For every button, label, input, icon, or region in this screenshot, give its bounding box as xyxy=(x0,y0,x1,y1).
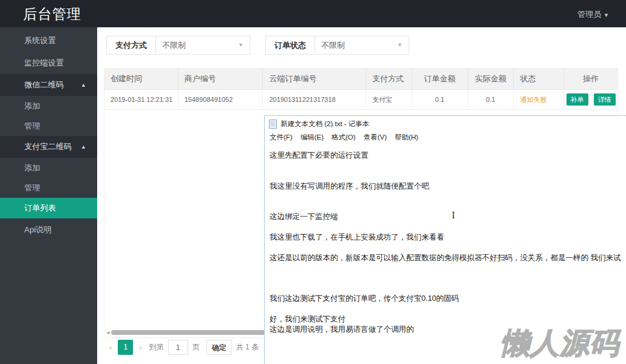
confirm-button[interactable]: 确定 xyxy=(206,340,232,355)
sidebar-group-alipay-qrcode[interactable]: 支付宝二维码▲ xyxy=(0,136,97,158)
goto-label: 到第 xyxy=(149,342,164,352)
cell-pay-method: 支付宝 xyxy=(366,90,412,110)
notepad-menubar: 文件(F) 编辑(E) 格式(O) 查看(V) 帮助(H) xyxy=(265,130,626,144)
total-count: 共 1 条 xyxy=(236,342,259,352)
col-created: 创建时间 xyxy=(104,69,179,89)
text-cursor: I xyxy=(452,210,455,221)
menu-file[interactable]: 文件(F) xyxy=(270,133,293,142)
table-row: 2019-01-31 12:21:31 1548908491052 201901… xyxy=(104,90,617,110)
filter-order-status-select[interactable]: 不限制 ▼ xyxy=(315,36,409,55)
reissue-button[interactable]: 补单 xyxy=(566,93,588,106)
app-title: 后台管理 xyxy=(23,5,81,24)
scroll-left-icon[interactable]: ◄ xyxy=(106,330,111,335)
top-header: 后台管理 管理员▼ xyxy=(0,0,626,27)
cell-actual-amount: 0.1 xyxy=(468,90,514,110)
watermark: 懒人源码 xyxy=(500,324,619,363)
chevron-down-icon: ▼ xyxy=(604,12,609,18)
menu-view[interactable]: 查看(V) xyxy=(364,133,387,142)
sidebar-item-wechat-manage[interactable]: 管理 xyxy=(0,116,97,136)
col-order-amount: 订单金额 xyxy=(412,69,468,89)
pagination: ‹ 1 › 到第 1 页 确定 共 1 条 xyxy=(105,340,259,355)
col-pay-method: 支付方式 xyxy=(366,69,412,89)
sidebar-item-alipay-add[interactable]: 添加 xyxy=(0,158,97,178)
filter-pay-method-select[interactable]: 不限制 ▼ xyxy=(156,36,250,55)
cell-created: 2019-01-31 12:21:31 xyxy=(104,90,179,110)
sidebar-group-wechat-qrcode[interactable]: 微信二维码▲ xyxy=(0,74,97,96)
chevron-up-icon: ▲ xyxy=(81,74,86,96)
cell-order-amount: 0.1 xyxy=(412,90,468,110)
sidebar-item-wechat-add[interactable]: 添加 xyxy=(0,96,97,116)
sidebar-item-alipay-manage[interactable]: 管理 xyxy=(0,178,97,198)
detail-button[interactable]: 详情 xyxy=(594,93,616,106)
menu-edit[interactable]: 编辑(E) xyxy=(301,133,324,142)
col-status: 状态 xyxy=(514,69,564,89)
notepad-icon xyxy=(269,120,277,129)
col-actual-amount: 实际金额 xyxy=(468,69,514,89)
page-input[interactable]: 1 xyxy=(168,340,188,355)
current-page[interactable]: 1 xyxy=(118,340,133,355)
notepad-titlebar[interactable]: 新建文本文档 (2).txt - 记事本 xyxy=(265,116,626,130)
chevron-up-icon: ▲ xyxy=(81,136,86,158)
cell-merchant: 1548908491052 xyxy=(179,90,264,110)
next-page-icon[interactable]: › xyxy=(135,343,146,352)
filter-bar: 支付方式 不限制 ▼ 订单状态 不限制 ▼ xyxy=(106,36,409,55)
filter-pay-method-label: 支付方式 xyxy=(106,36,156,55)
col-merchant: 商户编号 xyxy=(179,69,264,89)
sidebar: 系统设置 监控端设置 微信二维码▲ 添加 管理 支付宝二维码▲ 添加 管理 订单… xyxy=(0,27,97,364)
col-actions: 操作 xyxy=(564,69,617,89)
sidebar-item-order-list[interactable]: 订单列表 xyxy=(0,198,97,218)
user-name: 管理员 xyxy=(577,10,601,19)
filter-order-status-label: 订单状态 xyxy=(265,36,315,55)
menu-help[interactable]: 帮助(H) xyxy=(395,133,418,142)
chevron-down-icon: ▼ xyxy=(238,36,243,54)
page-unit: 页 xyxy=(192,342,200,352)
filter-order-status: 订单状态 不限制 ▼ xyxy=(265,36,409,55)
table-header-row: 创建时间 商户编号 云端订单编号 支付方式 订单金额 实际金额 状态 操作 xyxy=(104,69,617,90)
notepad-title: 新建文本文档 (2).txt - 记事本 xyxy=(281,120,369,129)
user-menu[interactable]: 管理员▼ xyxy=(577,9,609,20)
sidebar-item-monitor-settings[interactable]: 监控端设置 xyxy=(0,52,97,74)
col-cloud-order: 云端订单编号 xyxy=(263,69,366,89)
cell-actions: 补单 详情 xyxy=(564,90,617,110)
cell-status: 通知失败 xyxy=(514,90,564,110)
sidebar-item-system-settings[interactable]: 系统设置 xyxy=(0,29,97,52)
prev-page-icon[interactable]: ‹ xyxy=(105,343,116,352)
sidebar-item-api-doc[interactable]: Api说明 xyxy=(0,218,97,241)
cell-cloud-order: 201901311221317318 xyxy=(263,90,366,110)
filter-pay-method: 支付方式 不限制 ▼ xyxy=(106,36,250,55)
menu-format[interactable]: 格式(O) xyxy=(332,133,356,142)
chevron-down-icon: ▼ xyxy=(397,36,403,54)
